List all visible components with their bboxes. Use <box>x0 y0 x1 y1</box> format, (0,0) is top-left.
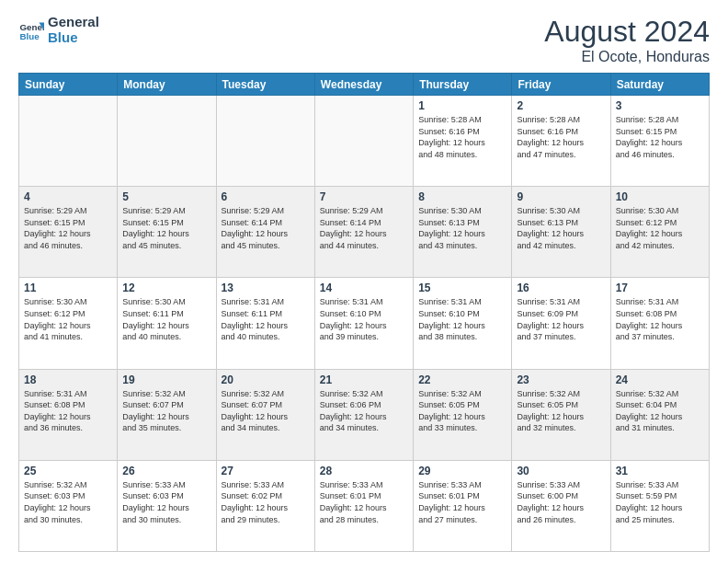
day-info: Sunrise: 5:28 AM Sunset: 6:16 PM Dayligh… <box>517 114 605 160</box>
day-number: 24 <box>616 373 704 386</box>
col-header-sunday: Sunday <box>19 74 118 96</box>
day-info: Sunrise: 5:33 AM Sunset: 6:03 PM Dayligh… <box>122 479 210 525</box>
day-info: Sunrise: 5:30 AM Sunset: 6:13 PM Dayligh… <box>517 205 605 251</box>
svg-text:Blue: Blue <box>19 30 40 40</box>
day-number: 5 <box>122 190 210 203</box>
calendar-cell: 24Sunrise: 5:32 AM Sunset: 6:04 PM Dayli… <box>610 369 709 460</box>
day-info: Sunrise: 5:28 AM Sunset: 6:15 PM Dayligh… <box>616 114 704 160</box>
day-info: Sunrise: 5:32 AM Sunset: 6:06 PM Dayligh… <box>320 388 408 434</box>
day-number: 27 <box>222 465 310 477</box>
day-number: 7 <box>320 190 408 203</box>
calendar-cell <box>118 96 216 187</box>
calendar-cell: 16Sunrise: 5:31 AM Sunset: 6:09 PM Dayli… <box>512 278 610 369</box>
title-block: August 2024 El Ocote, Honduras <box>544 15 710 65</box>
calendar-cell: 1Sunrise: 5:28 AM Sunset: 6:16 PM Daylig… <box>414 96 512 187</box>
day-info: Sunrise: 5:33 AM Sunset: 6:02 PM Dayligh… <box>222 479 310 525</box>
calendar-cell: 30Sunrise: 5:33 AM Sunset: 6:00 PM Dayli… <box>512 460 610 551</box>
calendar-cell: 9Sunrise: 5:30 AM Sunset: 6:13 PM Daylig… <box>512 187 610 278</box>
day-info: Sunrise: 5:31 AM Sunset: 6:09 PM Dayligh… <box>517 296 605 342</box>
day-number: 31 <box>616 465 704 477</box>
day-number: 30 <box>517 465 605 477</box>
day-info: Sunrise: 5:30 AM Sunset: 6:13 PM Dayligh… <box>418 205 506 251</box>
calendar-cell: 2Sunrise: 5:28 AM Sunset: 6:16 PM Daylig… <box>512 96 610 187</box>
day-info: Sunrise: 5:28 AM Sunset: 6:16 PM Dayligh… <box>418 114 506 160</box>
calendar-cell: 10Sunrise: 5:30 AM Sunset: 6:12 PM Dayli… <box>610 187 709 278</box>
calendar-cell: 12Sunrise: 5:30 AM Sunset: 6:11 PM Dayli… <box>118 278 216 369</box>
calendar-week-row: 11Sunrise: 5:30 AM Sunset: 6:12 PM Dayli… <box>19 278 710 369</box>
calendar-cell: 8Sunrise: 5:30 AM Sunset: 6:13 PM Daylig… <box>414 187 512 278</box>
day-number: 26 <box>122 465 210 477</box>
calendar-cell <box>314 96 413 187</box>
day-info: Sunrise: 5:32 AM Sunset: 6:07 PM Dayligh… <box>122 388 210 434</box>
calendar-cell <box>216 96 314 187</box>
day-info: Sunrise: 5:29 AM Sunset: 6:15 PM Dayligh… <box>24 205 112 251</box>
calendar-cell: 15Sunrise: 5:31 AM Sunset: 6:10 PM Dayli… <box>414 278 512 369</box>
calendar-cell: 17Sunrise: 5:31 AM Sunset: 6:08 PM Dayli… <box>610 278 709 369</box>
logo: General Blue General Blue <box>18 15 99 45</box>
col-header-thursday: Thursday <box>414 74 512 96</box>
calendar-cell: 3Sunrise: 5:28 AM Sunset: 6:15 PM Daylig… <box>610 96 709 187</box>
day-info: Sunrise: 5:32 AM Sunset: 6:05 PM Dayligh… <box>418 388 506 434</box>
day-info: Sunrise: 5:31 AM Sunset: 6:08 PM Dayligh… <box>616 296 704 342</box>
main-title: August 2024 <box>544 15 710 49</box>
day-number: 19 <box>122 373 210 386</box>
day-info: Sunrise: 5:32 AM Sunset: 6:04 PM Dayligh… <box>616 388 704 434</box>
logo-text-line1: General <box>48 15 99 30</box>
calendar-cell: 29Sunrise: 5:33 AM Sunset: 6:01 PM Dayli… <box>414 460 512 551</box>
day-number: 6 <box>222 190 310 203</box>
day-number: 10 <box>616 190 704 203</box>
day-info: Sunrise: 5:33 AM Sunset: 6:00 PM Dayligh… <box>517 479 605 525</box>
day-number: 15 <box>418 282 506 294</box>
calendar-cell: 19Sunrise: 5:32 AM Sunset: 6:07 PM Dayli… <box>118 369 216 460</box>
calendar-week-row: 18Sunrise: 5:31 AM Sunset: 6:08 PM Dayli… <box>19 369 710 460</box>
calendar-cell: 18Sunrise: 5:31 AM Sunset: 6:08 PM Dayli… <box>19 369 118 460</box>
calendar-cell: 20Sunrise: 5:32 AM Sunset: 6:07 PM Dayli… <box>216 369 314 460</box>
calendar-cell: 25Sunrise: 5:32 AM Sunset: 6:03 PM Dayli… <box>19 460 118 551</box>
calendar-header-row: SundayMondayTuesdayWednesdayThursdayFrid… <box>19 74 710 96</box>
day-number: 29 <box>418 465 506 477</box>
calendar-week-row: 1Sunrise: 5:28 AM Sunset: 6:16 PM Daylig… <box>19 96 710 187</box>
day-number: 12 <box>122 282 210 294</box>
day-number: 17 <box>616 282 704 294</box>
day-info: Sunrise: 5:31 AM Sunset: 6:10 PM Dayligh… <box>418 296 506 342</box>
col-header-friday: Friday <box>512 74 610 96</box>
day-info: Sunrise: 5:31 AM Sunset: 6:10 PM Dayligh… <box>320 296 408 342</box>
day-number: 20 <box>222 373 310 386</box>
subtitle: El Ocote, Honduras <box>544 49 710 65</box>
calendar-cell: 7Sunrise: 5:29 AM Sunset: 6:14 PM Daylig… <box>314 187 413 278</box>
day-number: 18 <box>24 373 112 386</box>
col-header-wednesday: Wednesday <box>314 74 413 96</box>
calendar-cell: 31Sunrise: 5:33 AM Sunset: 5:59 PM Dayli… <box>610 460 709 551</box>
calendar-cell: 11Sunrise: 5:30 AM Sunset: 6:12 PM Dayli… <box>19 278 118 369</box>
calendar-cell: 28Sunrise: 5:33 AM Sunset: 6:01 PM Dayli… <box>314 460 413 551</box>
day-info: Sunrise: 5:30 AM Sunset: 6:12 PM Dayligh… <box>24 296 112 342</box>
day-number: 3 <box>616 99 704 112</box>
day-number: 2 <box>517 99 605 112</box>
calendar-cell <box>19 96 118 187</box>
day-info: Sunrise: 5:29 AM Sunset: 6:14 PM Dayligh… <box>320 205 408 251</box>
day-number: 21 <box>320 373 408 386</box>
calendar-cell: 27Sunrise: 5:33 AM Sunset: 6:02 PM Dayli… <box>216 460 314 551</box>
calendar-cell: 4Sunrise: 5:29 AM Sunset: 6:15 PM Daylig… <box>19 187 118 278</box>
day-info: Sunrise: 5:32 AM Sunset: 6:03 PM Dayligh… <box>24 479 112 525</box>
day-info: Sunrise: 5:30 AM Sunset: 6:11 PM Dayligh… <box>122 296 210 342</box>
day-info: Sunrise: 5:29 AM Sunset: 6:14 PM Dayligh… <box>222 205 310 251</box>
col-header-monday: Monday <box>118 74 216 96</box>
day-info: Sunrise: 5:33 AM Sunset: 6:01 PM Dayligh… <box>418 479 506 525</box>
day-number: 25 <box>24 465 112 477</box>
calendar-cell: 22Sunrise: 5:32 AM Sunset: 6:05 PM Dayli… <box>414 369 512 460</box>
day-number: 23 <box>517 373 605 386</box>
calendar-cell: 6Sunrise: 5:29 AM Sunset: 6:14 PM Daylig… <box>216 187 314 278</box>
day-info: Sunrise: 5:32 AM Sunset: 6:07 PM Dayligh… <box>222 388 310 434</box>
day-info: Sunrise: 5:30 AM Sunset: 6:12 PM Dayligh… <box>616 205 704 251</box>
day-number: 8 <box>418 190 506 203</box>
calendar-cell: 26Sunrise: 5:33 AM Sunset: 6:03 PM Dayli… <box>118 460 216 551</box>
calendar-week-row: 4Sunrise: 5:29 AM Sunset: 6:15 PM Daylig… <box>19 187 710 278</box>
day-info: Sunrise: 5:31 AM Sunset: 6:08 PM Dayligh… <box>24 388 112 434</box>
day-number: 22 <box>418 373 506 386</box>
day-number: 11 <box>24 282 112 294</box>
day-number: 9 <box>517 190 605 203</box>
logo-icon: General Blue <box>18 17 44 43</box>
day-info: Sunrise: 5:31 AM Sunset: 6:11 PM Dayligh… <box>222 296 310 342</box>
header: General Blue General Blue August 2024 El… <box>18 15 710 65</box>
